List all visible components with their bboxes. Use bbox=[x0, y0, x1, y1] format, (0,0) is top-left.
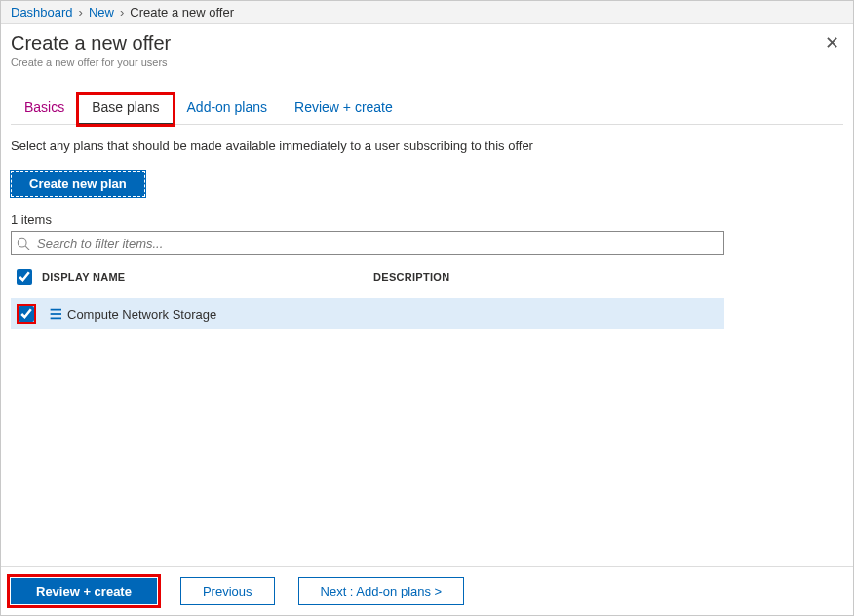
review-create-button[interactable]: Review + create bbox=[11, 578, 157, 604]
row-checkbox[interactable] bbox=[19, 306, 34, 322]
next-button[interactable]: Next : Add-on plans > bbox=[298, 577, 465, 605]
breadcrumb-new[interactable]: New bbox=[89, 5, 114, 19]
chevron-right-icon: › bbox=[79, 5, 83, 19]
search-icon bbox=[17, 237, 30, 250]
wizard-footer: Review + create Previous Next : Add-on p… bbox=[1, 566, 853, 615]
tab-base-plans[interactable]: Base plans bbox=[78, 94, 173, 125]
row-display-name: Compute Network Storage bbox=[67, 307, 375, 322]
select-all-checkbox[interactable] bbox=[17, 269, 32, 285]
breadcrumb-dashboard[interactable]: Dashboard bbox=[11, 5, 73, 19]
close-icon[interactable]: ✕ bbox=[825, 34, 839, 52]
chevron-right-icon: › bbox=[120, 5, 124, 19]
table-row[interactable]: Compute Network Storage bbox=[11, 298, 724, 329]
create-new-plan-button[interactable]: Create new plan bbox=[11, 171, 145, 197]
page-header: Create a new offer Create a new offer fo… bbox=[1, 24, 853, 74]
svg-line-1 bbox=[25, 246, 29, 250]
item-count-label: 1 items bbox=[11, 212, 843, 227]
table-header-row: DISPLAY NAME DESCRIPTION bbox=[11, 265, 724, 289]
column-header-description[interactable]: DESCRIPTION bbox=[373, 271, 718, 283]
page-title: Create a new offer bbox=[11, 32, 843, 55]
wizard-tabs: Basics Base plans Add-on plans Review + … bbox=[11, 94, 843, 125]
previous-button[interactable]: Previous bbox=[180, 577, 275, 605]
tab-description: Select any plans that should be made ava… bbox=[11, 138, 843, 153]
row-checkbox-highlight bbox=[17, 304, 36, 324]
column-header-display-name[interactable]: DISPLAY NAME bbox=[42, 271, 373, 283]
breadcrumb: Dashboard › New › Create a new offer bbox=[1, 1, 853, 24]
search-wrapper bbox=[11, 231, 724, 255]
plan-icon bbox=[42, 307, 67, 321]
tab-add-on-plans[interactable]: Add-on plans bbox=[174, 94, 282, 124]
tab-content: Select any plans that should be made ava… bbox=[1, 125, 853, 566]
tab-review-create[interactable]: Review + create bbox=[281, 94, 407, 124]
plans-table: DISPLAY NAME DESCRIPTION bbox=[11, 265, 724, 329]
search-input[interactable] bbox=[11, 231, 724, 255]
page-subtitle: Create a new offer for your users bbox=[11, 57, 843, 68]
tab-basics[interactable]: Basics bbox=[11, 94, 78, 124]
svg-point-0 bbox=[18, 238, 26, 247]
breadcrumb-current: Create a new offer bbox=[130, 5, 234, 19]
